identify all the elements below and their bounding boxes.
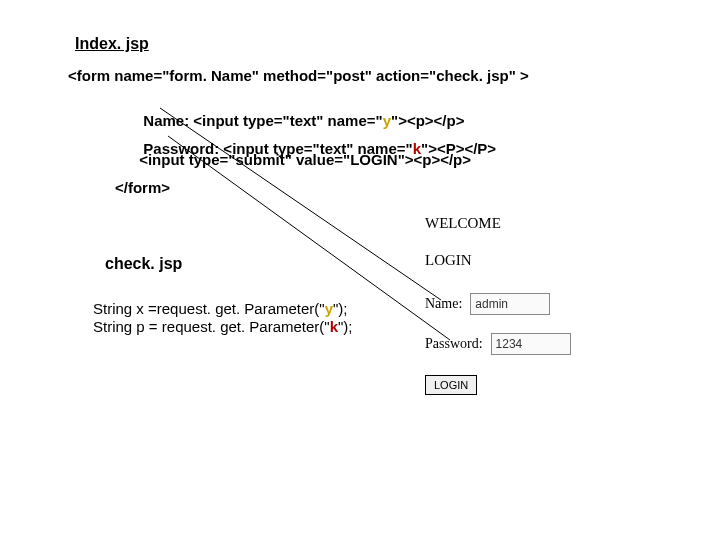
login-button[interactable]: LOGIN — [425, 375, 477, 395]
text: String x =request. get. Parameter(" — [93, 300, 325, 317]
check-src-line-1: String x =request. get. Parameter("y"); — [93, 300, 348, 317]
index-src-line-1: <form name="form. Name" method="post" ac… — [68, 67, 529, 84]
index-src-line-5: </form> — [115, 179, 170, 196]
password-row: Password: — [425, 333, 571, 355]
title-index-jsp: Index. jsp — [75, 35, 149, 53]
param-y: y — [325, 300, 333, 317]
text: "); — [333, 300, 348, 317]
check-src-line-2: String p = request. get. Parameter("k"); — [93, 318, 353, 335]
param-k: k — [330, 318, 338, 335]
text: "); — [338, 318, 353, 335]
login-button-wrap: LOGIN — [425, 375, 477, 395]
login-heading: LOGIN — [425, 252, 472, 269]
text: String p = request. get. Parameter(" — [93, 318, 330, 335]
welcome-heading: WELCOME — [425, 215, 501, 232]
password-input[interactable] — [491, 333, 571, 355]
index-src-line-4: <input type="submit" value="LOGIN"><p></… — [135, 151, 471, 168]
name-input[interactable] — [470, 293, 550, 315]
name-label: Name: — [425, 296, 462, 311]
name-row: Name: — [425, 293, 550, 315]
title-check-jsp: check. jsp — [105, 255, 182, 273]
password-label: Password: — [425, 336, 483, 351]
